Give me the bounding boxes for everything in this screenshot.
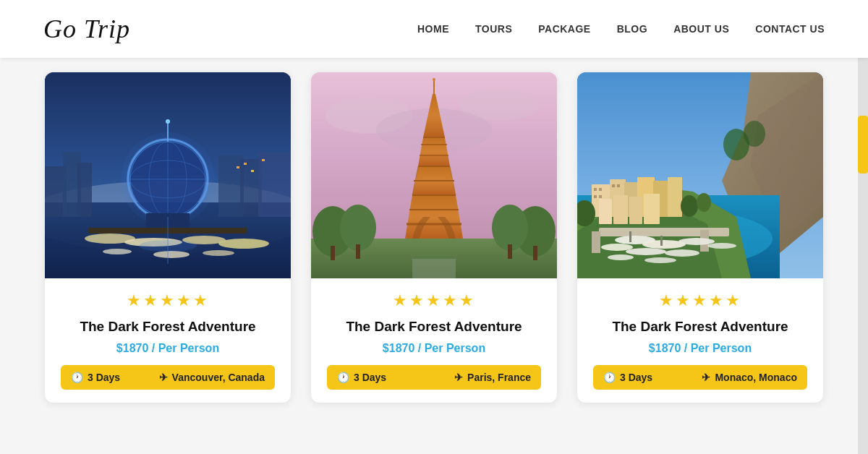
nav-blog[interactable]: BLOG (617, 23, 647, 35)
clock-icon-3: 🕐 (603, 372, 616, 383)
svg-rect-92 (629, 231, 631, 242)
svg-point-26 (103, 249, 132, 254)
plane-icon-1: ✈ (159, 372, 168, 383)
svg-point-98 (665, 249, 699, 257)
svg-rect-29 (237, 166, 239, 168)
card-price-3: $1870 / Per Person (593, 342, 807, 355)
card-body-monaco: ★★★★★ The Dark Forest Adventure $1870 / … (577, 278, 823, 403)
svg-rect-32 (262, 159, 265, 161)
svg-point-27 (153, 251, 190, 258)
svg-rect-89 (592, 231, 600, 253)
svg-point-96 (601, 244, 633, 251)
svg-point-53 (433, 78, 435, 81)
card-body-vancouver: ★★★★★ The Dark Forest Adventure $1870 / … (45, 278, 291, 403)
card-stars-2: ★★★★★ (327, 291, 541, 310)
nav-tours[interactable]: TOURS (475, 23, 512, 35)
svg-rect-47 (508, 244, 512, 259)
card-body-paris: ★★★★★ The Dark Forest Adventure $1870 / … (311, 278, 557, 403)
card-vancouver: ★★★★★ The Dark Forest Adventure $1870 / … (45, 72, 291, 403)
svg-point-103 (681, 195, 698, 217)
svg-point-104 (697, 193, 711, 212)
card-location-3: ✈ Monaco, Monaco (702, 372, 797, 383)
card-title-3: The Dark Forest Adventure (593, 319, 807, 335)
svg-rect-85 (613, 195, 628, 224)
scrollbar-thumb[interactable] (858, 116, 868, 174)
days-label-3: 3 Days (620, 372, 652, 383)
svg-point-45 (492, 205, 528, 251)
svg-rect-80 (594, 195, 597, 198)
card-footer-1: 🕐 3 Days ✈ Vancouver, Canada (61, 365, 275, 390)
svg-rect-42 (331, 246, 335, 260)
svg-rect-6 (218, 155, 244, 217)
svg-rect-77 (668, 177, 682, 217)
nav-about[interactable]: ABOUT US (673, 23, 729, 35)
svg-rect-64 (412, 259, 456, 278)
card-days-2: 🕐 3 Days (337, 372, 386, 383)
nav-package[interactable]: PACKAGE (538, 23, 590, 35)
cards-row: ★★★★★ The Dark Forest Adventure $1870 / … (43, 72, 825, 403)
card-image-paris (311, 72, 557, 278)
svg-point-100 (608, 254, 634, 260)
card-location-1: ✈ Vancouver, Canada (159, 372, 265, 383)
clock-icon-2: 🕐 (337, 372, 349, 383)
svg-rect-79 (599, 188, 602, 191)
svg-rect-43 (356, 244, 360, 259)
card-price-1: $1870 / Per Person (61, 342, 275, 355)
days-label-1: 3 Days (88, 372, 120, 383)
svg-point-17 (121, 132, 215, 226)
svg-rect-83 (617, 184, 620, 187)
svg-rect-87 (644, 194, 660, 224)
plane-icon-3: ✈ (702, 372, 710, 383)
location-label-1: Vancouver, Canada (172, 372, 265, 383)
navigation: HOME TOURS PACKAGE BLOG ABOUT US CONTACT… (417, 23, 825, 35)
svg-rect-94 (660, 236, 663, 246)
svg-point-41 (340, 205, 376, 251)
card-footer-3: 🕐 3 Days ✈ Monaco, Monaco (593, 365, 807, 390)
location-label-2: Paris, France (467, 372, 531, 383)
svg-point-25 (218, 239, 269, 249)
svg-rect-5 (77, 163, 92, 217)
svg-point-95 (678, 238, 715, 245)
svg-rect-81 (599, 195, 602, 198)
card-stars-1: ★★★★★ (61, 291, 275, 310)
svg-point-97 (626, 248, 666, 255)
plane-icon-2: ✈ (454, 372, 463, 383)
card-location-2: ✈ Paris, France (454, 372, 531, 383)
card-days-3: 🕐 3 Days (603, 372, 652, 383)
card-image-monaco (577, 72, 823, 278)
svg-rect-30 (244, 163, 247, 165)
clock-icon-1: 🕐 (71, 372, 83, 383)
svg-rect-88 (599, 228, 729, 236)
svg-rect-78 (594, 188, 597, 191)
location-label-3: Monaco, Monaco (715, 372, 797, 383)
svg-rect-8 (258, 152, 291, 217)
card-paris: ★★★★★ The Dark Forest Adventure $1870 / … (311, 72, 557, 403)
svg-point-101 (644, 257, 676, 263)
card-monaco: ★★★★★ The Dark Forest Adventure $1870 / … (577, 72, 823, 403)
svg-point-106 (744, 121, 765, 147)
svg-point-19 (166, 119, 170, 124)
svg-rect-31 (251, 170, 254, 172)
logo[interactable]: Go Trip (43, 14, 130, 44)
svg-rect-82 (612, 184, 615, 187)
header: Go Trip HOME TOURS PACKAGE BLOG ABOUT US… (0, 0, 868, 58)
main-content: ★★★★★ The Dark Forest Adventure $1870 / … (0, 58, 868, 424)
card-title-2: The Dark Forest Adventure (327, 319, 541, 335)
scrollbar-track[interactable] (858, 0, 868, 454)
svg-rect-84 (599, 199, 612, 224)
card-title-1: The Dark Forest Adventure (61, 319, 275, 335)
card-image-vancouver (45, 72, 291, 278)
card-footer-2: 🕐 3 Days ✈ Paris, France (327, 365, 541, 390)
svg-rect-46 (533, 246, 537, 260)
nav-contact[interactable]: CONTACT US (755, 23, 825, 35)
svg-marker-50 (418, 137, 450, 166)
svg-point-34 (139, 240, 197, 252)
svg-point-99 (707, 243, 736, 249)
card-days-1: 🕐 3 Days (71, 372, 120, 383)
card-price-2: $1870 / Per Person (327, 342, 541, 355)
days-label-2: 3 Days (354, 372, 386, 383)
card-stars-3: ★★★★★ (593, 291, 807, 310)
nav-home[interactable]: HOME (417, 23, 449, 35)
svg-marker-48 (405, 195, 463, 239)
svg-rect-86 (629, 197, 642, 224)
